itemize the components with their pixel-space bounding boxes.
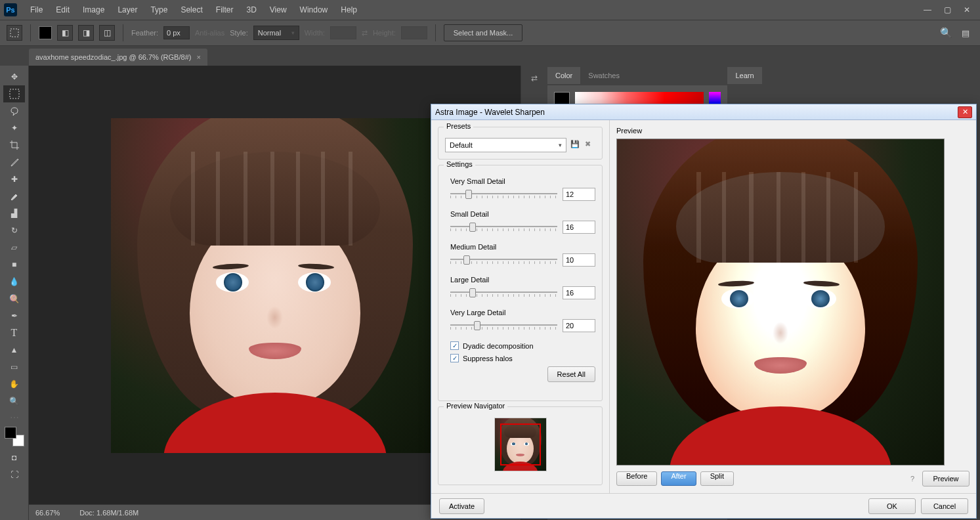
menu-window[interactable]: Window (293, 1, 335, 18)
help-icon[interactable]: ? (906, 475, 918, 483)
stamp-tool[interactable]: ▟ (3, 205, 25, 222)
search-icon[interactable]: 🔍 (940, 27, 952, 39)
slider-value-3[interactable] (563, 286, 595, 299)
quickmask-tool[interactable]: ◘ (3, 449, 25, 466)
slider-label-3: Large Detail (450, 276, 595, 284)
dialog-close-button[interactable]: ✕ (958, 106, 972, 118)
slider-value-0[interactable] (563, 188, 595, 201)
slider-value-4[interactable] (563, 319, 595, 332)
menu-select[interactable]: Select (174, 1, 209, 18)
menu-view[interactable]: View (263, 1, 293, 18)
menu-file[interactable]: File (24, 1, 49, 18)
style-select[interactable]: Normal▾ (253, 26, 299, 40)
tab-swatches[interactable]: Swatches (580, 67, 628, 84)
slider-3[interactable] (450, 289, 557, 297)
menu-image[interactable]: Image (76, 1, 111, 18)
close-button[interactable]: ✕ (958, 3, 976, 17)
menu-3d[interactable]: 3D (240, 1, 263, 18)
slider-4[interactable] (450, 322, 557, 330)
tab-color[interactable]: Color (547, 67, 580, 84)
wavelet-sharpen-dialog: Astra Image - Wavelet Sharpen ✕ Presets … (431, 104, 977, 519)
minimize-button[interactable]: — (918, 3, 937, 17)
dialog-titlebar[interactable]: Astra Image - Wavelet Sharpen ✕ (431, 104, 976, 120)
dialog-title: Astra Image - Wavelet Sharpen (435, 108, 958, 117)
close-tab-icon[interactable]: × (196, 53, 200, 61)
antialias-label: Anti-alias (195, 29, 224, 37)
dyadic-checkbox[interactable]: ✓ (450, 341, 459, 350)
preview-button[interactable]: Preview (922, 471, 969, 487)
eyedropper-tool[interactable] (3, 154, 25, 171)
type-tool[interactable]: T (3, 324, 25, 341)
preview-image[interactable] (616, 139, 945, 466)
screenmode-tool[interactable]: ⛶ (3, 466, 25, 483)
slider-0[interactable] (450, 190, 557, 198)
preview-label: Preview (616, 127, 969, 135)
menu-help[interactable]: Help (334, 1, 364, 18)
fg-bg-swatches[interactable] (5, 427, 24, 446)
height-input (401, 26, 427, 39)
more-tools[interactable]: ⋯ (10, 412, 19, 423)
slider-label-1: Small Detail (450, 210, 595, 218)
selection-subtract-icon[interactable]: ◨ (78, 25, 94, 41)
slider-2[interactable] (450, 256, 557, 264)
path-select-tool[interactable]: ▲ (3, 341, 25, 358)
menu-type[interactable]: Type (144, 1, 174, 18)
doc-info: Doc: 1.68M/1.68M (79, 509, 138, 517)
lasso-tool[interactable] (3, 102, 25, 119)
maximize-button[interactable]: ▢ (938, 3, 956, 17)
slider-value-2[interactable] (563, 253, 595, 267)
document-tab[interactable]: avaxhome speedzodiac_.jpg @ 66.7% (RGB/8… (29, 49, 207, 66)
slider-1[interactable] (450, 223, 557, 231)
document-image (111, 118, 439, 453)
menu-layer[interactable]: Layer (111, 1, 144, 18)
blur-tool[interactable]: 💧 (3, 273, 25, 290)
brush-tool[interactable] (3, 188, 25, 205)
slider-label-2: Medium Detail (450, 243, 595, 251)
preset-select[interactable]: Default▾ (445, 138, 566, 152)
cancel-button[interactable]: Cancel (921, 498, 968, 514)
move-tool[interactable]: ✥ (3, 68, 25, 85)
split-button[interactable]: Split (700, 471, 734, 486)
fill-swatch[interactable] (39, 26, 52, 39)
panel-icon[interactable]: ⇄ (527, 70, 542, 87)
app-logo: Ps (4, 3, 17, 16)
eraser-tool[interactable]: ▱ (3, 239, 25, 256)
slider-value-1[interactable] (563, 221, 595, 234)
dodge-tool[interactable]: 🍭 (3, 290, 25, 307)
crop-tool[interactable] (3, 137, 25, 154)
delete-preset-icon[interactable]: ✖ (585, 140, 595, 150)
selection-intersect-icon[interactable]: ◫ (99, 25, 115, 41)
quick-select-tool[interactable]: ✦ (3, 119, 25, 137)
menu-filter[interactable]: Filter (209, 1, 240, 18)
before-button[interactable]: Before (616, 471, 657, 486)
selection-add-icon[interactable]: ◧ (57, 25, 73, 41)
marquee-tool[interactable] (3, 85, 25, 102)
presets-label: Presets (444, 122, 473, 130)
select-and-mask-button[interactable]: Select and Mask... (444, 24, 523, 41)
reset-all-button[interactable]: Reset All (547, 366, 595, 382)
healing-tool[interactable]: ✚ (3, 171, 25, 188)
save-preset-icon[interactable]: 💾 (570, 140, 581, 150)
activate-button[interactable]: Activate (439, 498, 484, 514)
suppress-checkbox[interactable]: ✓ (450, 354, 459, 362)
history-brush-tool[interactable]: ↻ (3, 222, 25, 239)
after-button[interactable]: After (661, 471, 696, 486)
preview-navigator[interactable] (494, 418, 547, 471)
tool-preset-icon[interactable] (7, 25, 22, 41)
hand-tool[interactable]: ✋ (3, 376, 25, 393)
feather-input[interactable] (163, 26, 190, 39)
ok-button[interactable]: OK (868, 498, 916, 514)
rectangle-tool[interactable]: ▭ (3, 358, 25, 376)
settings-label: Settings (444, 160, 475, 168)
style-label: Style: (230, 29, 248, 37)
pen-tool[interactable]: ✒ (3, 307, 25, 324)
document-tab-title: avaxhome speedzodiac_.jpg @ 66.7% (RGB/8… (35, 53, 191, 61)
navigator-label: Preview Navigator (444, 402, 507, 410)
gradient-tool[interactable]: ■ (3, 256, 25, 273)
suppress-label: Suppress halos (463, 355, 513, 362)
zoom-level[interactable]: 66.67% (35, 509, 60, 517)
menu-edit[interactable]: Edit (49, 1, 76, 18)
workspace-icon[interactable]: ▤ (958, 28, 973, 38)
tab-learn[interactable]: Learn (727, 67, 761, 84)
zoom-tool[interactable]: 🔍 (3, 393, 25, 410)
